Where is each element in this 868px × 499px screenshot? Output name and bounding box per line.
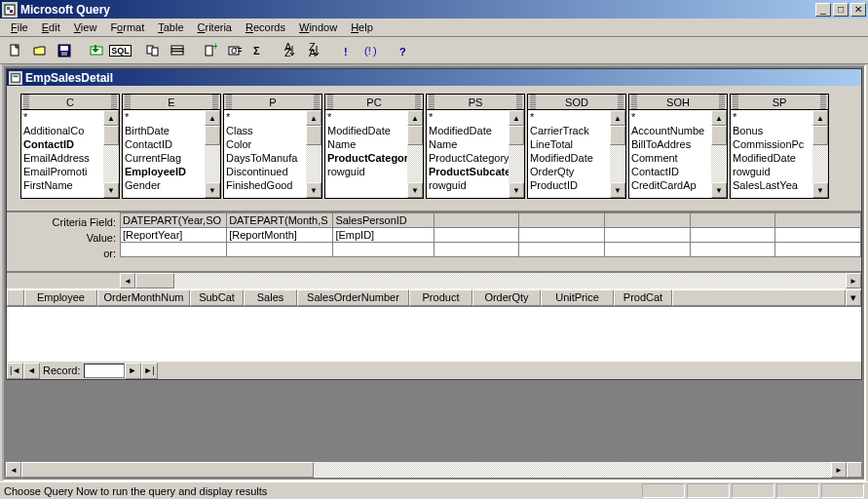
add-tables-button[interactable]: + xyxy=(198,40,220,61)
scroll-down-icon[interactable]: ▼ xyxy=(306,182,321,198)
table-box-pc[interactable]: PC*ModifiedDateNameProductCategoryrowgui… xyxy=(324,94,424,199)
return-data-button[interactable] xyxy=(85,40,107,61)
table-field[interactable]: Discontinued xyxy=(224,165,306,178)
results-column-header[interactable]: Employee xyxy=(24,289,97,306)
scroll-up-icon[interactable]: ▲ xyxy=(812,110,828,126)
table-field[interactable]: EmailPromoti xyxy=(21,165,103,178)
table-title[interactable]: P xyxy=(224,95,321,110)
scroll-left-icon[interactable]: ◄ xyxy=(120,273,135,288)
table-field[interactable]: Color xyxy=(224,137,306,151)
menu-view[interactable]: View xyxy=(67,19,104,35)
table-box-soh[interactable]: SOH*AccountNumbeBillToAddresCommentConta… xyxy=(628,94,728,199)
mdi-hscrollbar[interactable]: ◄ ► xyxy=(6,462,862,478)
table-title[interactable]: PC xyxy=(325,95,423,110)
scroll-down-icon[interactable]: ▼ xyxy=(610,182,625,198)
table-field[interactable]: ContactID xyxy=(21,137,103,151)
table-field[interactable]: * xyxy=(427,110,509,124)
close-button[interactable]: ✕ xyxy=(850,3,866,17)
criteria-cell[interactable]: [EmpID] xyxy=(333,228,434,243)
criteria-cell[interactable] xyxy=(519,228,605,243)
open-query-button[interactable] xyxy=(28,40,51,61)
table-field[interactable]: * xyxy=(629,110,711,124)
criteria-cell[interactable] xyxy=(690,228,775,243)
table-field[interactable]: rowguid xyxy=(731,165,812,178)
menu-format[interactable]: Format xyxy=(103,19,151,35)
criteria-cell[interactable] xyxy=(690,243,775,257)
scroll-down-icon[interactable]: ▼ xyxy=(407,182,423,198)
table-vscrollbar[interactable]: ▲▼ xyxy=(306,110,321,198)
scroll-down-icon[interactable]: ▼ xyxy=(812,182,828,198)
table-field[interactable]: Bonus xyxy=(731,124,812,137)
table-field[interactable]: CreditCardAp xyxy=(629,178,711,192)
scroll-right-icon[interactable]: ► xyxy=(846,273,861,288)
menu-window[interactable]: Window xyxy=(292,19,344,35)
scroll-left-icon[interactable]: ◄ xyxy=(6,462,21,478)
table-field[interactable]: LineTotal xyxy=(528,137,610,151)
results-column-header[interactable]: ProdCat xyxy=(614,289,672,306)
scroll-up-icon[interactable]: ▲ xyxy=(407,110,423,126)
record-number-input[interactable] xyxy=(84,364,125,378)
table-field[interactable]: EmployeeID xyxy=(123,165,205,178)
scroll-down-icon[interactable]: ▼ xyxy=(711,182,727,198)
criteria-cell[interactable] xyxy=(604,243,690,257)
query-window-titlebar[interactable]: EmpSalesDetail xyxy=(7,69,861,86)
scroll-down-icon[interactable]: ▼ xyxy=(103,182,119,198)
menu-criteria[interactable]: Criteria xyxy=(191,19,239,35)
table-field[interactable]: Name xyxy=(427,137,509,151)
table-field[interactable]: EmailAddress xyxy=(21,151,103,165)
results-column-header[interactable]: OrderQty xyxy=(472,289,541,306)
criteria-cell[interactable] xyxy=(434,243,519,257)
table-title[interactable]: SOD xyxy=(528,95,625,110)
table-field[interactable]: CommissionPc xyxy=(731,137,812,151)
table-box-e[interactable]: E*BirthDateContactIDCurrentFlagEmployeeI… xyxy=(122,94,221,199)
table-box-p[interactable]: P*ClassColorDaysToManufaDiscontinuedFini… xyxy=(223,94,322,199)
criteria-cell[interactable] xyxy=(775,243,861,257)
scroll-up-icon[interactable]: ▲ xyxy=(205,110,220,126)
table-field[interactable]: ProductID xyxy=(528,178,610,192)
results-column-header[interactable]: OrderMonthNum xyxy=(97,289,190,306)
sort-asc-button[interactable]: AZ xyxy=(279,40,301,61)
maximize-button[interactable]: □ xyxy=(833,3,849,17)
table-field[interactable]: ModifiedDate xyxy=(731,151,812,165)
criteria-cell[interactable]: SalesPersonID xyxy=(333,213,434,228)
table-field[interactable]: AdditionalCo xyxy=(21,124,103,137)
table-field[interactable]: * xyxy=(123,110,205,124)
table-box-c[interactable]: C*AdditionalCoContactIDEmailAddressEmail… xyxy=(20,94,120,199)
table-field[interactable]: ContactID xyxy=(629,165,711,178)
table-field[interactable]: BirthDate xyxy=(123,124,205,137)
table-vscrollbar[interactable]: ▲▼ xyxy=(812,110,828,198)
table-field-list[interactable]: *CarrierTrackLineTotalModifiedDateOrderQ… xyxy=(528,110,610,198)
table-field[interactable]: CarrierTrack xyxy=(528,124,610,137)
table-field-list[interactable]: *BonusCommissionPcModifiedDaterowguidSal… xyxy=(731,110,812,198)
table-field[interactable]: ProductCategory xyxy=(325,151,407,165)
results-column-header[interactable]: Sales xyxy=(244,289,297,306)
table-field-list[interactable]: *ModifiedDateNameProductCategoryrowguid xyxy=(325,110,407,198)
table-vscrollbar[interactable]: ▲▼ xyxy=(509,110,524,198)
table-vscrollbar[interactable]: ▲▼ xyxy=(711,110,727,198)
scroll-down-icon[interactable]: ▼ xyxy=(509,182,524,198)
criteria-cell[interactable] xyxy=(121,243,227,257)
criteria-cell[interactable] xyxy=(604,228,690,243)
criteria-cell[interactable] xyxy=(434,213,519,228)
record-next-button[interactable]: ► xyxy=(125,363,141,379)
scroll-up-icon[interactable]: ▲ xyxy=(103,110,119,126)
criteria-cell[interactable] xyxy=(434,228,519,243)
table-field[interactable]: rowguid xyxy=(325,165,407,178)
sort-desc-button[interactable]: ZA xyxy=(303,40,325,61)
menu-file[interactable]: File xyxy=(4,19,35,35)
table-title[interactable]: PS xyxy=(427,95,524,110)
scroll-up-icon[interactable]: ▲ xyxy=(610,110,625,126)
table-title[interactable]: SOH xyxy=(629,95,727,110)
scroll-down-icon[interactable]: ▼ xyxy=(205,182,220,198)
table-box-sp[interactable]: SP*BonusCommissionPcModifiedDaterowguidS… xyxy=(730,94,829,199)
record-prev-button[interactable]: ◄ xyxy=(23,363,40,379)
table-box-ps[interactable]: PS*ModifiedDateNameProductCategoryProduc… xyxy=(426,94,525,199)
scroll-up-icon[interactable]: ▲ xyxy=(509,110,524,126)
table-field[interactable]: Class xyxy=(224,124,306,137)
table-field[interactable]: ProductSubcateg xyxy=(427,165,509,178)
table-title[interactable]: E xyxy=(123,95,220,110)
criteria-cell[interactable]: [ReportMonth] xyxy=(227,228,333,243)
show-tables-button[interactable] xyxy=(141,40,164,61)
help-button[interactable]: ? xyxy=(392,40,414,61)
criteria-cell[interactable]: [ReportYear] xyxy=(121,228,227,243)
